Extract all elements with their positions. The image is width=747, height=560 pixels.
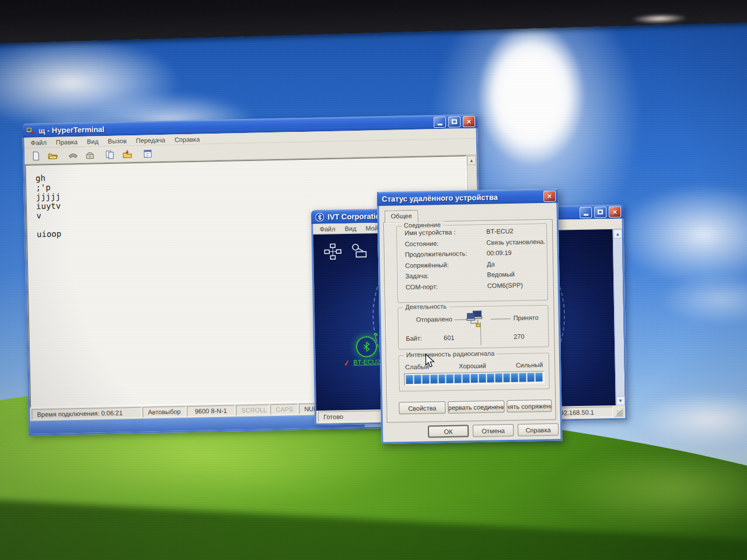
row-value: Связь установлена.: [486, 237, 546, 246]
signal-segment: [479, 374, 486, 383]
signal-segment: [422, 374, 429, 383]
call-icon[interactable]: [84, 149, 96, 160]
status-scroll: SCROLL: [236, 404, 269, 415]
connection-group: Соединение Имя устройства :BT-ECU2 Состо…: [396, 223, 548, 303]
status-caps: CAPS: [270, 404, 298, 415]
properties-icon[interactable]: [142, 148, 153, 159]
signal-segment: [487, 374, 494, 383]
menu-item[interactable]: Вид: [82, 138, 103, 145]
bezel-glare: [631, 13, 687, 24]
dialog-titlebar[interactable]: Статус удалённого устройства ×: [377, 189, 558, 206]
info-row: Продолжительность:00:09:19: [405, 249, 547, 259]
info-row: Задача:Ведомый: [405, 270, 547, 281]
minimize-button[interactable]: [434, 116, 446, 127]
row-label: Продолжительность:: [405, 250, 487, 259]
connector-line: [455, 319, 467, 320]
row-value: COM6(SPP): [487, 281, 547, 289]
signal-bar: [404, 371, 544, 386]
signal-legend: Интенсивность радиосигнала: [404, 349, 497, 358]
status-baud: 9600 8-N-1: [187, 405, 235, 416]
status-detect: Автовыбор: [142, 406, 186, 418]
cloud: [659, 273, 747, 326]
tab-panel: Соединение Имя устройства :BT-ECU2 Состо…: [383, 219, 556, 423]
connector-line: [491, 318, 511, 320]
new-connection-icon[interactable]: [30, 150, 41, 162]
help-button[interactable]: Справка: [518, 424, 558, 436]
sun-glare: [477, 23, 585, 166]
menu-item[interactable]: Файл: [26, 138, 51, 146]
dialog-footer: ОК Отмена Справка: [383, 424, 560, 439]
status-connection-time: Время подключения: 0:06:21: [32, 407, 141, 420]
row-value: BT-ECU2: [486, 227, 546, 236]
tab-general[interactable]: Общее: [385, 210, 418, 223]
signal-strong-label: Сильный: [516, 361, 543, 369]
row-value: Ведомый: [487, 270, 547, 279]
close-button[interactable]: ×: [543, 190, 556, 201]
bluetooth-device-icon[interactable]: [356, 336, 378, 358]
menu-item[interactable]: Файл: [315, 225, 340, 233]
receive-file-icon[interactable]: [121, 148, 133, 160]
signal-segment: [519, 373, 526, 382]
signal-segment: [430, 374, 437, 383]
signal-segment: [446, 374, 453, 383]
signal-group: Интенсивность радиосигнала Слабый Хороши…: [399, 353, 550, 391]
computers-transfer-icon: [466, 310, 487, 331]
row-label: COM-порт:: [406, 282, 487, 291]
signal-good-label: Хороший: [459, 362, 486, 370]
device-label[interactable]: BT-ECU2: [349, 358, 384, 366]
hyperterminal-app-icon: [25, 124, 36, 136]
sent-label: Отправлено: [416, 316, 452, 323]
bytes-received-value: 270: [506, 332, 532, 340]
received-label: Принято: [513, 314, 538, 321]
network-service-icon[interactable]: [324, 243, 342, 262]
hangup-icon[interactable]: [67, 149, 79, 160]
unpair-button[interactable]: Снять сопряжение: [507, 400, 551, 412]
maximize-button[interactable]: [448, 116, 460, 127]
signal-segment: [535, 373, 542, 382]
row-value: Да: [487, 259, 547, 268]
mouse-cursor: [425, 354, 435, 370]
bluesoleil-scrollbar[interactable]: ▲ ▼: [613, 229, 625, 405]
menu-item[interactable]: Правка: [51, 138, 82, 145]
device-status-dialog: Статус удалённого устройства × Общее Сое…: [377, 189, 562, 444]
cancel-button[interactable]: Отмена: [473, 424, 514, 437]
row-label: Состояние:: [404, 239, 486, 248]
bytes-sent-value: 601: [436, 334, 462, 342]
info-row: COM-порт:COM6(SPP): [406, 281, 547, 291]
signal-segment: [438, 374, 445, 383]
activity-group: Деятельность Отправлено Принято Байт: 60…: [397, 305, 549, 349]
dialog-action-buttons: Свойства Прервать соединение Снять сопря…: [399, 400, 551, 415]
menu-item[interactable]: Справка: [170, 135, 204, 143]
close-button[interactable]: ×: [463, 116, 475, 127]
grass-highlight: [554, 449, 747, 531]
dialup-service-icon[interactable]: [351, 243, 369, 262]
signal-segment: [406, 375, 413, 384]
info-row: Состояние:Связь установлена.: [404, 237, 546, 248]
scroll-down-icon[interactable]: ▼: [616, 396, 625, 405]
row-label: Сопряжённый:: [405, 260, 487, 270]
menu-item[interactable]: Вызов: [103, 137, 131, 145]
disconnect-button[interactable]: Прервать соединение: [448, 400, 504, 414]
open-icon[interactable]: [47, 149, 58, 161]
minimize-button[interactable]: [580, 206, 592, 218]
menu-item[interactable]: Передача: [131, 136, 170, 144]
signal-segment: [463, 374, 470, 383]
signal-segment: [455, 374, 462, 383]
bytes-label: Байт:: [406, 335, 422, 342]
maximize-button[interactable]: [594, 206, 606, 218]
properties-button[interactable]: Свойства: [399, 401, 445, 414]
dialog-title: Статус удалённого устройства: [379, 192, 541, 204]
resize-grip[interactable]: [614, 407, 623, 417]
activity-legend: Деятельность: [403, 303, 449, 310]
scroll-up-icon[interactable]: ▲: [613, 229, 622, 239]
send-file-icon[interactable]: [104, 148, 116, 160]
row-label: Задача:: [405, 271, 487, 281]
ok-button[interactable]: ОК: [428, 425, 469, 438]
signal-segment: [503, 373, 510, 382]
cloud: [637, 392, 747, 447]
cloud: [616, 184, 747, 286]
close-button[interactable]: ×: [609, 206, 621, 217]
scroll-up-icon[interactable]: ▲: [467, 156, 476, 165]
menu-item[interactable]: Вид: [340, 225, 361, 232]
signal-segment: [470, 374, 477, 383]
